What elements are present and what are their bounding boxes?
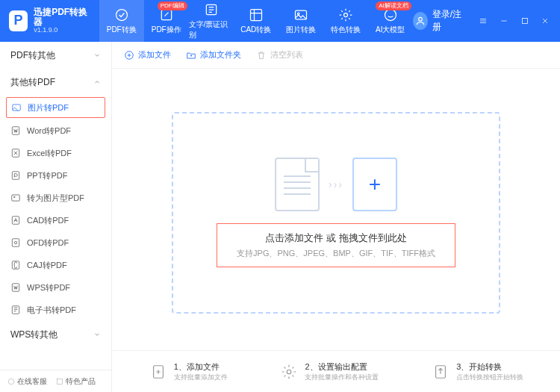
add-file-step-icon (149, 362, 168, 382)
drop-zone[interactable]: ››› + 点击添加文件 或 拖拽文件到此处 支持JPG、PNG、JPEG、BM… (172, 112, 500, 314)
ofd-icon (10, 237, 21, 248)
sidebar-cat-label: WPS转其他 (10, 329, 57, 341)
sidebar-item-cad-to-pdf[interactable]: CAD转PDF (0, 209, 111, 231)
login-label: 登录/注册 (432, 8, 464, 34)
sidebar-item-ofd-to-pdf[interactable]: OFD转PDF (0, 231, 111, 254)
sidebar-item-ebook-to-pdf[interactable]: 电子书转PDF (0, 299, 111, 321)
header-tabs: PDF转换 PDF编辑 PDF操作 文字/票证识别 CAD转换 图片转换 特色转… (99, 0, 413, 42)
sidebar-item-label: 图片转PDF (28, 102, 69, 113)
sidebar-item-ppt-to-pdf[interactable]: PPT转PDF (0, 164, 111, 187)
tab-ocr[interactable]: 文字/票证识别 (189, 0, 234, 42)
add-file-button[interactable]: 添加文件 (124, 49, 171, 60)
svg-point-26 (287, 370, 292, 374)
toolbar: 添加文件 添加文件夹 清空列表 (112, 42, 560, 69)
sidebar-footer: 在线客服 特色产品 (0, 370, 111, 392)
plus-file-icon: + (352, 158, 397, 211)
step-1: 1、添加文件支持批量添加文件 (149, 361, 228, 382)
sidebar-cat-pdf-to-other[interactable]: PDF转其他 (0, 42, 111, 69)
drop-text: 点击添加文件 或 拖拽文件到此处 支持JPG、PNG、JPEG、BMP、GIF、… (217, 223, 455, 267)
sidebar-cat-other-to-pdf[interactable]: 其他转PDF (0, 69, 111, 96)
sidebar-item-caj-to-pdf[interactable]: CAJ转PDF (0, 254, 111, 276)
sidebar-item-wps-to-pdf[interactable]: WPS转PDF (0, 276, 111, 299)
sidebar-item-label: OFD转PDF (27, 237, 69, 249)
svg-point-18 (14, 241, 17, 244)
wps-icon (10, 282, 21, 293)
svg-rect-9 (522, 19, 527, 24)
clear-list-button[interactable]: 清空列表 (256, 49, 303, 60)
sidebar-cat-label: PDF转其他 (10, 49, 55, 62)
add-folder-button[interactable]: 添加文件夹 (186, 49, 241, 60)
logo-area: P 迅捷PDF转换器 v1.1.9.0 (0, 7, 99, 34)
sidebar-item-excel-to-pdf[interactable]: Excel转PDF (0, 142, 111, 164)
sidebar-item-image-to-pdf[interactable]: 图片转PDF (6, 97, 105, 118)
sidebar-item-label: CAJ转PDF (27, 260, 67, 271)
image-icon (11, 102, 22, 113)
button-label: 添加文件夹 (200, 49, 241, 60)
close-button[interactable] (536, 10, 554, 31)
plus-circle-icon (124, 50, 134, 60)
support-link[interactable]: 在线客服 (7, 376, 47, 387)
sidebar-item-label: WPS转PDF (27, 282, 70, 293)
tab-pdf-convert[interactable]: PDF转换 (99, 0, 144, 42)
sidebar-item-word-to-pdf[interactable]: Word转PDF (0, 119, 111, 142)
badge: PDF编辑 (158, 1, 187, 10)
image-icon (293, 7, 308, 22)
avatar-icon (413, 12, 428, 30)
tab-label: 图片转换 (286, 25, 316, 35)
svg-rect-19 (12, 261, 19, 270)
tab-label: PDF转换 (107, 25, 137, 35)
svg-rect-17 (12, 239, 19, 247)
sidebar-item-label: 电子书转PDF (27, 305, 76, 316)
drop-subtitle: 支持JPG、PNG、JPEG、BMP、GIF、TIF、TIFF格式 (237, 248, 435, 259)
featured-link[interactable]: 特色产品 (56, 376, 96, 387)
tab-image[interactable]: 图片转换 (279, 0, 323, 42)
tab-label: AI大模型 (376, 25, 405, 35)
tab-label: 特色转换 (331, 25, 361, 35)
ocr-icon (204, 2, 219, 17)
chevron-up-icon (93, 78, 101, 86)
sidebar-item-label: Word转PDF (27, 125, 71, 137)
tab-cad[interactable]: CAD转换 (234, 0, 279, 42)
svg-rect-21 (12, 306, 19, 314)
chevron-down-icon (93, 331, 101, 338)
svg-point-8 (418, 17, 422, 21)
svg-rect-16 (12, 217, 19, 225)
login-button[interactable]: 登录/注册 (413, 8, 464, 34)
sidebar-cat-label: 其他转PDF (10, 76, 55, 89)
chevron-down-icon (93, 52, 101, 59)
menu-button[interactable] (474, 10, 492, 31)
sidebar: PDF转其他 其他转PDF 图片转PDF Word转PDF Excel转PDF … (0, 42, 112, 392)
ebook-icon (10, 305, 21, 315)
button-label: 清空列表 (270, 49, 303, 60)
maximize-button[interactable] (516, 10, 534, 31)
tab-ai[interactable]: AI解读文档 AI大模型 (368, 0, 413, 42)
excel-icon (10, 148, 21, 158)
convert-step-icon (431, 362, 450, 382)
cad-icon (10, 215, 21, 225)
image-pdf-icon (10, 193, 21, 203)
svg-point-7 (385, 9, 396, 20)
minimize-button[interactable] (495, 10, 513, 31)
cad-icon (249, 7, 264, 22)
svg-point-6 (343, 13, 347, 16)
sidebar-item-to-image-pdf[interactable]: 转为图片型PDF (0, 187, 111, 209)
main: 添加文件 添加文件夹 清空列表 ››› + 点击添加文件 或 拖拽文件到此处 (112, 42, 560, 392)
sidebar-cat-wps-to-other[interactable]: WPS转其他 (0, 321, 111, 348)
steps: 1、添加文件支持批量添加文件 2、设置输出配置支持批量操作和各种设置 3、开始转… (112, 350, 560, 392)
tab-special[interactable]: 特色转换 (323, 0, 368, 42)
file-icon (275, 158, 320, 211)
tab-label: 文字/票证识别 (189, 19, 234, 40)
tab-pdf-operate[interactable]: PDF编辑 PDF操作 (144, 0, 189, 42)
svg-rect-14 (12, 195, 20, 201)
step-3: 3、开始转换点击转换按钮开始转换 (431, 361, 523, 382)
convert-icon (114, 7, 129, 22)
svg-point-22 (8, 379, 14, 385)
app-title: 迅捷PDF转换器 (34, 7, 90, 27)
tab-label: CAD转换 (240, 25, 271, 35)
folder-plus-icon (186, 50, 196, 60)
ppt-icon (10, 170, 21, 181)
sidebar-item-label: 转为图片型PDF (27, 193, 84, 204)
header: P 迅捷PDF转换器 v1.1.9.0 PDF转换 PDF编辑 PDF操作 文字… (0, 0, 560, 42)
svg-rect-3 (250, 9, 261, 20)
sidebar-item-label: PPT转PDF (27, 170, 67, 181)
